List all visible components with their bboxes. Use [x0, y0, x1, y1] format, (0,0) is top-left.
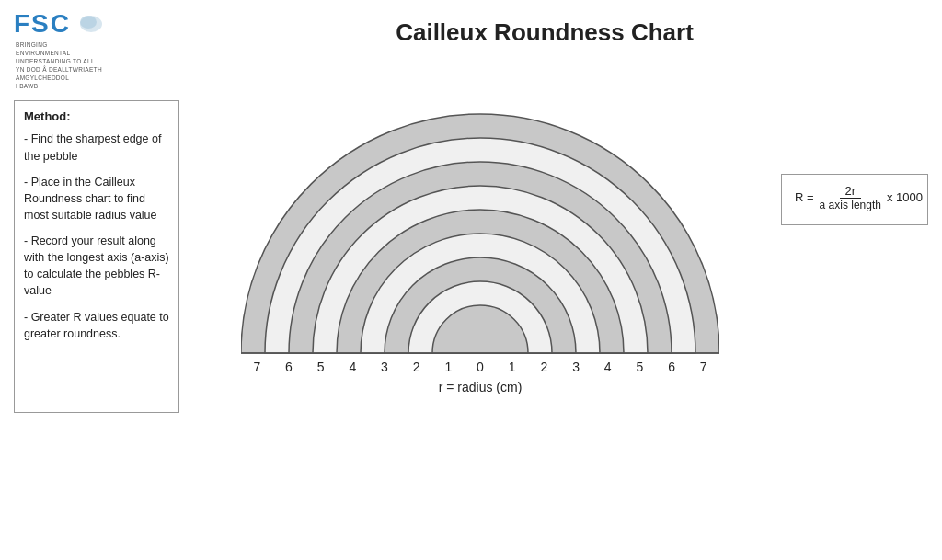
method-title: Method: — [24, 109, 169, 126]
formula-fraction: 2r a axis length — [818, 184, 883, 211]
logo-tagline: Bringing Environmental Understanding to … — [16, 40, 102, 91]
axis-label-6-left: 6 — [273, 360, 305, 374]
axis-label-4-left: 4 — [337, 360, 369, 374]
axis-label-1-right: 1 — [496, 360, 528, 374]
axis-label-7-right: 7 — [687, 360, 719, 374]
axis-label-1-left: 1 — [432, 360, 465, 374]
method-step-1: - Find the sharpest edge of the pebble — [24, 131, 169, 164]
chart-area: 7 6 5 4 3 2 1 0 1 2 3 4 5 6 7 r = radius… — [189, 100, 772, 394]
axis-label-3-left: 3 — [369, 360, 401, 374]
svg-point-1 — [80, 16, 97, 29]
method-box: Method: - Find the sharpest edge of the … — [14, 100, 179, 413]
formula-multiplier: x 1000 — [887, 190, 923, 204]
method-step-4: - Greater R values equate to greater rou… — [24, 309, 169, 342]
axis-label-3-right: 3 — [560, 360, 592, 374]
axis-label-4-right: 4 — [592, 360, 624, 374]
header-title-area: Cailleux Roundness Chart — [161, 9, 928, 47]
semicircle-svg — [241, 100, 719, 358]
method-step-3: - Record your result along with the long… — [24, 233, 169, 300]
method-step-2: - Place in the Cailleux Roundness chart … — [24, 174, 169, 223]
axis-label-0: 0 — [465, 360, 497, 374]
fsc-text: FSC — [14, 9, 71, 39]
formula-denominator: a axis length — [818, 199, 883, 211]
formula-r-line: R = 2r a axis length x 1000 — [795, 184, 923, 211]
formula-r-equals: R = — [795, 190, 814, 204]
axis-label-2-right: 2 — [528, 360, 560, 374]
formula-box: R = 2r a axis length x 1000 — [781, 174, 928, 225]
logo-swoosh-icon — [75, 14, 102, 34]
logo-area: FSC Bringing Environmental Understanding… — [14, 9, 161, 91]
page-title: Cailleux Roundness Chart — [396, 18, 694, 47]
semicircle-container — [241, 100, 719, 358]
axis-label-7-left: 7 — [241, 360, 273, 374]
axis-label-5-left: 5 — [304, 360, 337, 374]
radius-label: r = radius (cm) — [439, 380, 523, 394]
formula-numerator: 2r — [840, 184, 862, 199]
axis-label-6-right: 6 — [656, 360, 688, 374]
axis-label-5-right: 5 — [624, 360, 656, 374]
axis-labels: 7 6 5 4 3 2 1 0 1 2 3 4 5 6 7 — [241, 360, 719, 374]
fsc-logo: FSC — [14, 9, 102, 39]
axis-label-2-left: 2 — [400, 360, 432, 374]
